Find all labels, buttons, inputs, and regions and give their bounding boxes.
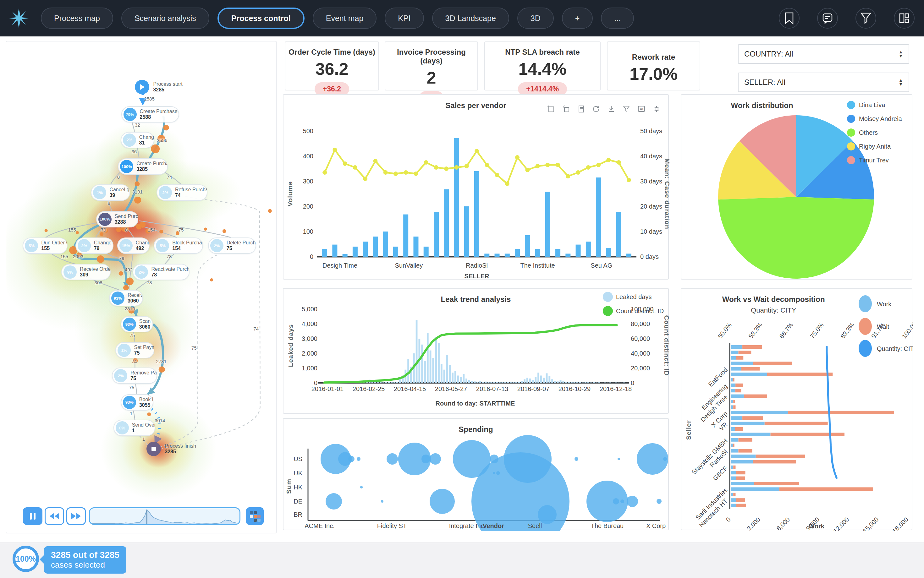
legend-item[interactable]: Moisey Andreia — [847, 115, 902, 123]
process-node-roc[interactable]: 9% Receive Order Confirmation 309 — [61, 264, 111, 280]
duration-point — [586, 165, 591, 170]
rewind-button[interactable] — [45, 507, 64, 525]
process-node-bi[interactable]: 93% Book Invoice 3055 — [121, 394, 154, 411]
sales-bar — [332, 245, 337, 257]
process-node-cpri[interactable]: 79% Create Purchase Requisition Item 258… — [121, 106, 179, 122]
process-node-react[interactable]: 2% Reactivate Purchase Order Item 78 — [133, 264, 190, 280]
legend-item[interactable]: Count distinct: ID — [603, 306, 664, 316]
svg-text:Work: Work — [808, 523, 825, 529]
process-node-dun[interactable]: 5% Dun Order Confirmation 155 — [23, 237, 67, 254]
country-filter-dropdown[interactable]: COUNTRY: All ▲▼ — [738, 44, 909, 64]
legend-item[interactable]: Others — [847, 128, 878, 136]
process-node-si[interactable]: 93% Scan Invoice 3060 — [121, 316, 153, 332]
work-wait-bar — [735, 427, 743, 431]
edge-frequency-label: 155 — [60, 253, 68, 259]
work-wait-bar — [742, 367, 760, 371]
duration-point — [465, 164, 469, 168]
seller-filter-dropdown[interactable]: SELLER: All ▲▼ — [738, 73, 909, 92]
svg-text:10 days: 10 days — [640, 228, 662, 235]
node-name: Send Overdue Notice — [132, 422, 155, 428]
work-wait-bar — [736, 471, 745, 474]
process-node-spb[interactable]: 2% Set Payment Block 75 — [116, 342, 154, 359]
nav-tab--[interactable]: ... — [601, 8, 634, 29]
process-node-dpoi[interactable]: 2% Delete Purchase Order Item 75 — [208, 237, 257, 254]
heat-grid-button[interactable] — [246, 507, 264, 525]
spending-bubble — [357, 457, 361, 461]
node-percent-badge: 93% — [111, 292, 124, 305]
process-node-cp[interactable]: 15% Change price 492 — [117, 237, 150, 254]
duration-point — [373, 159, 377, 163]
sales-bar — [616, 212, 621, 257]
work-wait-bar — [767, 373, 833, 376]
svg-text:2016-07-13: 2016-07-13 — [476, 385, 508, 392]
kpi-value: 17.0% — [607, 64, 700, 84]
spending-bubble — [620, 500, 624, 503]
legend-item[interactable]: Quantity: CITY — [859, 340, 913, 357]
nav-tab-scenario-analysis[interactable]: Scenario analysis — [121, 8, 209, 29]
nav-tab-process-control[interactable]: Process control — [218, 8, 304, 29]
legend-item[interactable]: Dina Liva — [847, 101, 885, 109]
selection-percent-ring: 100% — [13, 546, 39, 572]
duration-point — [617, 160, 621, 165]
sales-bar — [343, 254, 348, 257]
nav-tab-3d[interactable]: 3D — [517, 8, 554, 29]
sales-bar — [545, 192, 550, 257]
node-name: Process finish — [165, 443, 196, 449]
pause-button[interactable] — [23, 507, 42, 525]
process-node-son[interactable]: 0% Send Overdue Notice 1 — [114, 420, 156, 436]
process-node-cpoi[interactable]: 100% Create Purchase Order Item 3285 — [118, 158, 168, 175]
bookmark-button[interactable] — [779, 8, 800, 29]
svg-text:Others: Others — [859, 129, 878, 136]
node-count: 3055 — [139, 403, 153, 408]
sales-bar — [484, 253, 489, 257]
node-count: 74 — [175, 193, 207, 198]
process-finish-node[interactable]: Process finish 3285 — [146, 442, 196, 456]
duration-point — [475, 149, 479, 153]
node-percent-badge: 100% — [120, 160, 133, 173]
svg-text:80,000: 80,000 — [631, 320, 650, 327]
legend-item[interactable]: Timur Trev — [847, 156, 889, 164]
svg-text:50 days: 50 days — [640, 128, 662, 135]
status-bar: 100% 3285 out of 3285 cases selected — [0, 542, 924, 578]
rewind-icon — [49, 512, 60, 520]
edge-frequency-label: 155 — [68, 227, 76, 232]
nav-tab-process-map[interactable]: Process map — [41, 8, 113, 29]
process-node-rpb[interactable]: 2% Remove Payment Block 75 — [112, 367, 157, 384]
kpi-title: Rework rate — [607, 53, 700, 62]
filter-button[interactable] — [856, 8, 876, 29]
process-node-cc[interactable]: 2% Change currency 79 — [75, 237, 114, 254]
duration-point — [332, 148, 337, 152]
edge-frequency-label: 2093 — [73, 253, 83, 259]
country-filter-value: COUNTRY: All — [744, 50, 793, 58]
comment-button[interactable] — [817, 8, 838, 29]
svg-text:Seller: Seller — [685, 420, 692, 440]
nav-tab-3d-landscape[interactable]: 3D Landscape — [432, 8, 509, 29]
node-count: 3060 — [128, 298, 142, 304]
process-start-node[interactable]: Process start 3285 — [135, 80, 182, 94]
nav-tab-kpi[interactable]: KPI — [385, 8, 424, 29]
timeline-scrubber[interactable] — [89, 507, 241, 525]
work-wait-bar — [733, 466, 735, 469]
pie-slice[interactable] — [718, 197, 874, 279]
process-node-rpoi[interactable]: 2% Refuse Purchase Order Item 74 — [156, 184, 207, 201]
process-node-bpoi[interactable]: 5% Block Purchase Order Item 154 — [154, 237, 203, 254]
fast-forward-button[interactable] — [66, 507, 86, 525]
sales-bar — [413, 237, 418, 257]
legend-item[interactable]: Work — [859, 295, 891, 312]
process-node-rg[interactable]: 93% Receive Goods 3060 — [109, 290, 143, 306]
bookmark-icon — [784, 12, 794, 24]
layout-button[interactable] — [894, 8, 914, 29]
nav-tab--[interactable]: + — [562, 8, 593, 29]
legend-item[interactable]: Rigby Anita — [847, 142, 891, 151]
process-node-cgr[interactable]: 1% Cancel goods receipt 39 — [91, 184, 130, 201]
process-node-spo[interactable]: 100% Send Purchase Order 3288 — [96, 211, 138, 227]
edge-frequency-label: 308 — [94, 279, 102, 285]
sales-chart: 01002003004005000 days10 days20 days30 d… — [283, 95, 669, 280]
process-node-chq[interactable]: 2% Change quantity 81 — [121, 132, 154, 148]
legend-item[interactable]: Leaked days — [603, 292, 652, 302]
sales-bar — [525, 235, 530, 257]
nav-tab-event-map[interactable]: Event map — [313, 8, 377, 29]
node-percent-badge: 100% — [98, 213, 112, 226]
edge-frequency-label: 75 — [191, 345, 197, 351]
node-percent-badge: 2% — [117, 344, 131, 357]
